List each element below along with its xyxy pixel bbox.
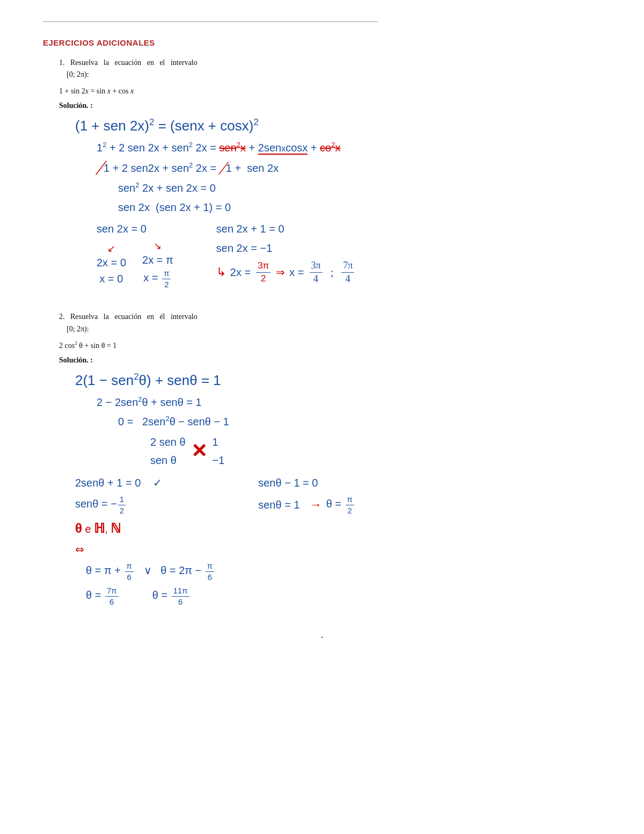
exercise-2-instruction: 2. Resuelva la ecuación en él intervalo … — [59, 311, 601, 335]
case2-left: 2senθ + 1 = 0 ✓ senθ = −12 θ e ℍ, ℕ ⇔ θ … — [75, 475, 215, 610]
cross-2seno: 2 sen θ — [150, 434, 186, 450]
case2-left-eq: 2senθ + 1 = 0 ✓ — [75, 475, 215, 491]
exercise-2-math: 2(1 − sen2θ) + senθ = 1 2 − 2sen2θ + sen… — [75, 370, 601, 610]
math2-line-2: 2 − 2sen2θ + senθ = 1 — [97, 394, 601, 410]
case-left: sen 2x = 0 ↙ 2x = 0 x = 0 ↘ 2x = π x = π… — [97, 221, 173, 289]
case-right-x: x = — [289, 264, 304, 280]
case2-right-val: senθ = 1 — [258, 497, 305, 513]
exercise-2-equation: 2 cos2 θ + sin θ = 1 — [59, 339, 601, 352]
case2-right-eq: senθ − 1 = 0 — [258, 475, 355, 491]
case2-arrows: ⇔ — [75, 541, 215, 557]
exercise-1-solution-label: Solución. : — [59, 101, 601, 110]
top-divider — [43, 21, 378, 22]
case2-left-val: senθ = −12 — [75, 494, 215, 516]
exercise-2-solution-label: Solución. : — [59, 356, 601, 365]
cross-1: 1 — [213, 434, 225, 450]
case-left-2x-0: 2x = 0 — [97, 255, 126, 271]
exercise-2: 2. Resuelva la ecuación en él intervalo … — [43, 311, 601, 610]
page-dot: · — [43, 632, 601, 644]
case-left-eq: sen 2x = 0 — [97, 221, 173, 237]
cross-symbol: ✕ — [191, 440, 207, 462]
math-line-5: sen 2x (sen 2x + 1) = 0 — [118, 199, 601, 215]
case-right-eq: sen 2x + 1 = 0 — [216, 221, 356, 237]
math2-line-1: 2(1 − sen2θ) + senθ = 1 — [75, 370, 601, 391]
case2-left-theta: θ e ℍ, ℕ — [75, 519, 215, 538]
cross-left: 2 sen θ sen θ — [150, 434, 186, 468]
exercise-1-instruction: 1. Resuelva la ecuación en el intervalo … — [59, 57, 601, 81]
case-left-x-pi: x = π2 — [143, 268, 172, 289]
case-right-frac: 3π2 — [255, 260, 272, 284]
case2-right-theta: θ = π2 — [326, 494, 355, 516]
case2-theta-vals: θ = π + π6 ∨ θ = 2π − π6 — [86, 561, 215, 582]
cross-right: 1 −1 — [213, 434, 225, 468]
math2-line-3: 0 = 2sen2θ − senθ − 1 — [118, 414, 601, 430]
case-right: sen 2x + 1 = 0 sen 2x = −1 ↳ 2x = 3π2 ⇒ … — [216, 221, 356, 285]
cross-minus1: −1 — [213, 452, 225, 468]
case-right-eq2: sen 2x = −1 — [216, 240, 356, 256]
case-left-x-0: x = 0 — [100, 271, 123, 287]
cross-seno: sen θ — [150, 452, 186, 468]
math-line-1: (1 + sen 2x)2 = (senx + cosx)2 — [75, 115, 601, 136]
exercise-1: 1. Resuelva la ecuación en el intervalo … — [43, 57, 601, 289]
case-right-2x: 2x = — [230, 264, 251, 280]
math-line-4: sen2 2x + sen 2x = 0 — [118, 180, 601, 196]
case2-theta-final: θ = 7π6 θ = 11π6 — [86, 585, 215, 607]
case2-right: senθ − 1 = 0 senθ = 1 → θ = π2 — [258, 475, 355, 516]
section-title: EJERCICIOS ADICIONALES — [43, 38, 601, 47]
exercise-1-math: (1 + sen 2x)2 = (senx + cosx)2 12 + 2 se… — [75, 115, 601, 289]
math-line-2: 12 + 2 sen 2x + sen2 2x = sen2x + 2senxc… — [97, 140, 601, 156]
exercise-1-equation: 1 + sin 2x = sin x + cos x — [59, 85, 601, 97]
case-left-2x-pi: 2x = π — [142, 252, 173, 268]
math-line-3: ╱1 + 2 sen2x + sen2 2x = ╱1 + sen 2x — [97, 159, 601, 177]
